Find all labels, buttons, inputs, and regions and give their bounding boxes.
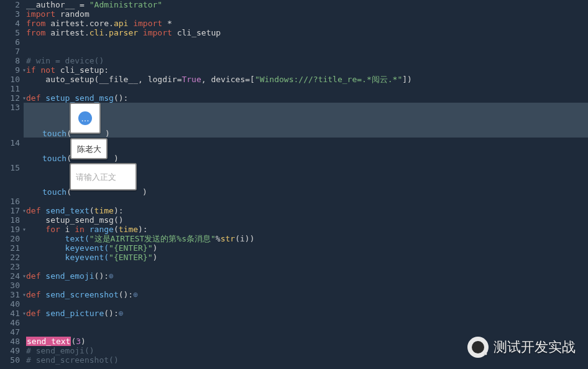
code-line[interactable]: keyevent("{ENTER}") xyxy=(24,253,588,262)
line-number: 18 xyxy=(0,215,20,225)
line-number: 2 xyxy=(0,0,20,9)
line-number: 46 xyxy=(0,318,20,327)
code-line[interactable]: 请输入正文 touch() xyxy=(24,163,588,197)
code-line[interactable] xyxy=(24,281,588,290)
code-line[interactable]: def send_text(time): xyxy=(24,206,588,215)
line-number: 3 xyxy=(0,9,20,19)
code-line[interactable]: from airtest.core.api import * xyxy=(24,19,588,28)
fold-marker-icon[interactable]: ⊕ xyxy=(119,309,124,318)
code-editor[interactable]: 2 3 4 5 6 7 8 9 10 11 12 13 14 15 16 17 … xyxy=(0,0,588,365)
line-number[interactable]: 9 xyxy=(0,65,20,75)
line-number-gutter: 2 3 4 5 6 7 8 9 10 11 12 13 14 15 16 17 … xyxy=(0,0,24,365)
line-number: 8 xyxy=(0,56,20,65)
code-line[interactable]: # win = device() xyxy=(24,56,588,65)
line-number[interactable]: 41 xyxy=(0,309,20,318)
line-number: 4 xyxy=(0,19,20,28)
line-number[interactable]: 31 xyxy=(0,290,20,299)
line-number: 5 xyxy=(0,28,20,37)
code-line[interactable]: auto_setup(__file__, logdir=True, device… xyxy=(24,75,588,84)
fold-marker-icon[interactable]: ⊕ xyxy=(133,290,138,299)
line-number: 20 xyxy=(0,234,20,243)
code-line[interactable] xyxy=(24,37,588,47)
code-line[interactable]: def setup_send_msg(): xyxy=(24,93,588,103)
code-line[interactable]: def send_picture():⊕ xyxy=(24,309,588,318)
code-line[interactable] xyxy=(24,47,588,56)
fold-marker-icon[interactable]: ⊕ xyxy=(109,271,114,281)
code-line[interactable]: keyevent("{ENTER}") xyxy=(24,243,588,253)
chat-bubble-icon: … xyxy=(78,111,92,125)
code-line[interactable]: def send_emoji():⊕ xyxy=(24,271,588,281)
line-number: 47 xyxy=(0,327,20,337)
code-line[interactable] xyxy=(24,262,588,271)
code-area[interactable]: __author__ = "Administrator" import rand… xyxy=(24,0,588,365)
line-number: 22 xyxy=(0,253,20,262)
code-line[interactable]: if not cli_setup: xyxy=(24,65,588,75)
watermark-text: 测试开发实战 xyxy=(494,338,576,357)
line-number[interactable]: 24 xyxy=(0,271,20,281)
line-number: 50 xyxy=(0,355,20,365)
line-number: 16 xyxy=(0,197,20,206)
line-number: 30 xyxy=(0,281,20,290)
code-line[interactable] xyxy=(24,299,588,309)
code-line[interactable]: text("这是AIRTEST发送的第%s条消息"%str(i)) xyxy=(24,234,588,243)
code-line[interactable]: setup_send_msg() xyxy=(24,215,588,225)
image-thumbnail-chat[interactable]: … xyxy=(70,103,101,134)
code-line[interactable]: __author__ = "Administrator" xyxy=(24,0,588,9)
line-number: 14 xyxy=(0,138,20,163)
line-number: 21 xyxy=(0,243,20,253)
watermark: 测试开发实战 xyxy=(467,337,576,358)
line-number: 10 xyxy=(0,75,20,84)
image-thumbnail-input[interactable]: 请输入正文 xyxy=(70,163,137,190)
code-line[interactable] xyxy=(24,84,588,93)
wechat-icon xyxy=(467,337,489,358)
code-line[interactable] xyxy=(24,318,588,327)
code-line[interactable]: import random xyxy=(24,9,588,19)
line-number[interactable]: 12 xyxy=(0,93,20,103)
code-line[interactable]: 陈老大 touch() xyxy=(24,138,588,163)
line-number[interactable]: 19 xyxy=(0,225,20,234)
line-number[interactable]: 17 xyxy=(0,206,20,215)
image-thumbnail-name[interactable]: 陈老大 xyxy=(70,138,108,159)
line-number: 40 xyxy=(0,299,20,309)
line-number: 49 xyxy=(0,346,20,355)
line-number: 7 xyxy=(0,47,20,56)
line-number: 23 xyxy=(0,262,20,271)
line-number: 6 xyxy=(0,37,20,47)
line-number: 15 xyxy=(0,163,20,197)
code-line[interactable]: def send_screenshot():⊕ xyxy=(24,290,588,299)
code-line[interactable] xyxy=(24,197,588,206)
line-number: 48 xyxy=(0,337,20,346)
code-line[interactable]: … touch() xyxy=(24,103,588,138)
code-line[interactable]: for i in range(time): xyxy=(24,225,588,234)
line-number: 13 xyxy=(0,103,20,138)
code-line[interactable] xyxy=(24,327,588,337)
line-number: 11 xyxy=(0,84,20,93)
code-line[interactable]: from airtest.cli.parser import cli_setup xyxy=(24,28,588,37)
